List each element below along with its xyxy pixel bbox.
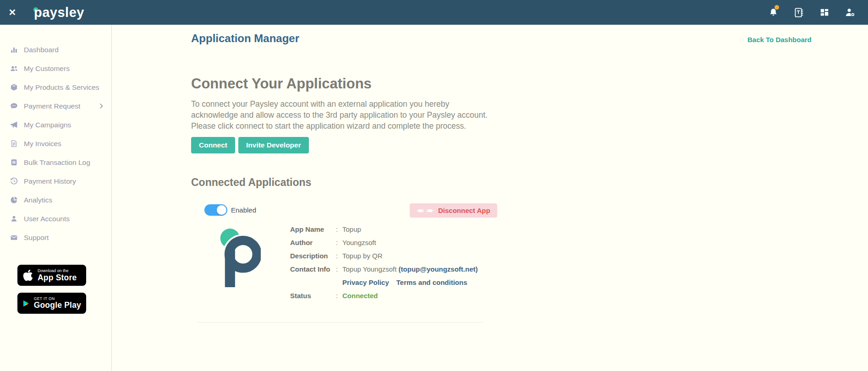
sidebar-item-label: Analytics — [24, 196, 52, 204]
detail-row-description: Description : Topup by QR — [290, 252, 478, 260]
field-label: Contact Info — [290, 265, 336, 273]
sidebar-item-label: My Customers — [24, 65, 70, 73]
app-store-badge[interactable]: Download on the App Store — [17, 265, 86, 286]
sidebar-item-bulk-transaction-log[interactable]: Bulk Transaction Log — [0, 153, 111, 172]
contact-name: Topup Youngzsoft — [342, 265, 399, 273]
sidebar-item-label: Dashboard — [24, 46, 59, 54]
close-icon[interactable]: ✕ — [0, 7, 25, 18]
colon: : — [336, 292, 342, 300]
pie-chart-icon — [10, 196, 19, 204]
brand-text: paysley — [34, 5, 84, 20]
sidebar-item-label: Support — [24, 234, 49, 242]
status-badge: Connected — [342, 292, 378, 300]
sidebar-item-my-campaigns[interactable]: My Campaigns — [0, 115, 111, 134]
sidebar-item-label: Bulk Transaction Log — [24, 158, 90, 167]
badge-line2: App Store — [38, 273, 77, 282]
page-title: Application Manager — [191, 32, 299, 45]
connected-applications-heading: Connected Applications — [191, 176, 311, 189]
connect-applications-description: To connect your Paysley account with an … — [191, 99, 496, 132]
connect-buttons-row: Connect Invite Developer — [191, 137, 309, 153]
reference-book-icon[interactable] — [793, 6, 805, 18]
megaphone-icon — [10, 121, 19, 129]
disconnect-app-button[interactable]: Disconnect App — [410, 203, 497, 218]
detail-row-contact-info: Contact Info : Topup Youngzsoft (topup@y… — [290, 265, 478, 273]
sidebar-item-payment-request[interactable]: Payment Request — [0, 97, 111, 115]
sidebar-item-my-invoices[interactable]: My Invoices — [0, 134, 111, 153]
notifications-bell-icon[interactable] — [767, 6, 779, 18]
apps-grid-icon[interactable] — [819, 6, 830, 18]
enabled-toggle[interactable] — [204, 204, 227, 216]
sidebar-item-label: Payment Request — [24, 102, 80, 110]
field-label: App Name — [290, 225, 336, 234]
terms-and-conditions-link[interactable]: Terms and conditions — [396, 278, 467, 287]
enabled-toggle-row: Enabled — [204, 204, 256, 216]
badge-line2: Google Play — [34, 301, 81, 309]
policy-links-row: Privacy Policy Terms and conditions — [290, 278, 478, 287]
privacy-policy-link[interactable]: Privacy Policy — [342, 278, 389, 287]
people-icon — [10, 65, 19, 72]
bar-chart-icon — [10, 46, 19, 54]
sidebar-item-dashboard[interactable]: Dashboard — [0, 40, 111, 59]
history-clock-icon — [10, 177, 19, 185]
apple-icon — [22, 269, 33, 282]
paysley-logo: paysley — [34, 5, 84, 20]
sidebar-item-payment-history[interactable]: Payment History — [0, 172, 111, 191]
cube-icon — [10, 83, 19, 91]
disconnect-plug-icon — [417, 207, 434, 214]
invite-developer-button[interactable]: Invite Developer — [238, 137, 309, 153]
top-header: ✕ paysley — [0, 0, 868, 25]
invoice-icon — [10, 140, 19, 147]
chat-bubble-icon — [10, 102, 19, 110]
field-value: Youngzsoft — [342, 239, 376, 247]
sidebar-item-label: Payment History — [24, 177, 76, 186]
field-label: Description — [290, 252, 336, 260]
toggle-label: Enabled — [231, 206, 256, 214]
disconnect-button-label: Disconnect App — [438, 207, 490, 214]
field-label: Status — [290, 292, 336, 300]
colon: : — [336, 252, 342, 260]
sidebar-item-label: My Campaigns — [24, 121, 71, 129]
field-value: Topup — [342, 225, 361, 234]
app-details: App Name : Topup Author : Youngzsoft Des… — [290, 225, 478, 305]
application-manager-page: ✕ paysley — [0, 0, 868, 371]
colon: : — [336, 239, 342, 247]
detail-row-app-name: App Name : Topup — [290, 225, 478, 234]
field-value: Topup by QR — [342, 252, 383, 260]
sidebar-item-my-products-services[interactable]: My Products & Services — [0, 78, 111, 97]
transaction-doc-icon — [10, 158, 19, 166]
user-icon — [10, 215, 19, 223]
google-play-icon — [22, 298, 30, 309]
sidebar-item-analytics[interactable]: Analytics — [0, 191, 111, 209]
back-to-dashboard-link[interactable]: Back To Dashboard — [747, 36, 812, 44]
toggle-knob — [217, 205, 226, 215]
detail-row-author: Author : Youngzsoft — [290, 239, 478, 247]
store-badges: Download on the App Store GET IT ON Goog… — [17, 265, 86, 314]
envelope-icon — [10, 234, 19, 241]
sidebar-nav: Dashboard My Customers My Products & Ser… — [0, 25, 111, 247]
chevron-right-icon — [99, 103, 103, 111]
sidebar-item-label: My Invoices — [24, 140, 61, 148]
sidebar-item-support[interactable]: Support — [0, 228, 111, 247]
colon: : — [336, 225, 342, 234]
sidebar-item-label: User Accounts — [24, 215, 70, 223]
google-play-badge[interactable]: GET IT ON Google Play — [17, 293, 86, 314]
field-label: Author — [290, 239, 336, 247]
section-divider — [198, 322, 483, 322]
sidebar: Dashboard My Customers My Products & Ser… — [0, 25, 112, 371]
contact-email-link[interactable]: (topup@youngzsoft.net) — [399, 265, 478, 273]
sidebar-item-my-customers[interactable]: My Customers — [0, 59, 111, 78]
colon: : — [336, 265, 342, 273]
field-value: Topup Youngzsoft (topup@youngzsoft.net) — [342, 265, 478, 273]
notification-dot — [775, 5, 779, 10]
detail-row-status: Status : Connected — [290, 292, 478, 300]
sidebar-item-label: My Products & Services — [24, 83, 99, 92]
connect-applications-heading: Connect Your Applications — [191, 76, 372, 92]
topup-app-logo — [219, 228, 261, 289]
main-content: Application Manager Back To Dashboard Co… — [112, 25, 868, 371]
sidebar-item-user-accounts[interactable]: User Accounts — [0, 209, 111, 228]
header-actions — [767, 6, 868, 18]
account-settings-icon[interactable] — [844, 6, 856, 18]
connect-button[interactable]: Connect — [191, 137, 235, 153]
